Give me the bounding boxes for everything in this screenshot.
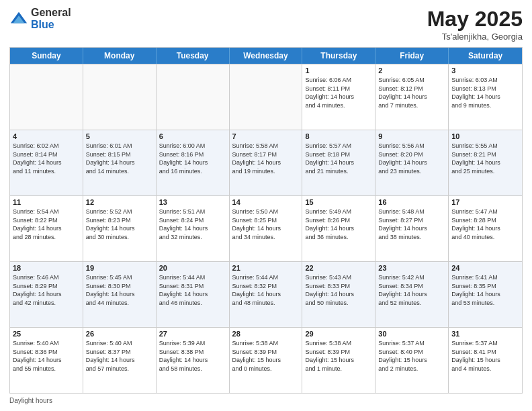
header-day-wednesday: Wednesday xyxy=(230,48,303,64)
day-info: Sunrise: 5:50 AM Sunset: 8:25 PM Dayligh… xyxy=(232,208,300,241)
day-info: Sunrise: 5:40 AM Sunset: 8:37 PM Dayligh… xyxy=(86,339,153,373)
day-info: Sunrise: 6:00 AM Sunset: 8:16 PM Dayligh… xyxy=(159,142,226,175)
header-day-monday: Monday xyxy=(83,48,157,64)
day-number: 30 xyxy=(378,330,445,338)
header-day-tuesday: Tuesday xyxy=(157,48,230,64)
day-cell-13: 13Sunrise: 5:51 AM Sunset: 8:24 PM Dayli… xyxy=(157,196,230,261)
empty-cell xyxy=(83,64,157,130)
title-block: May 2025 Ts'alenjikha, Georgia xyxy=(427,7,523,42)
day-cell-8: 8Sunrise: 5:57 AM Sunset: 8:18 PM Daylig… xyxy=(302,130,375,195)
day-number: 25 xyxy=(13,330,80,338)
day-number: 8 xyxy=(305,132,372,140)
day-info: Sunrise: 5:56 AM Sunset: 8:20 PM Dayligh… xyxy=(378,142,445,175)
day-cell-2: 2Sunrise: 6:05 AM Sunset: 8:12 PM Daylig… xyxy=(375,64,449,130)
header-day-thursday: Thursday xyxy=(302,48,375,64)
day-number: 18 xyxy=(13,264,80,272)
day-number: 22 xyxy=(305,264,372,272)
day-info: Sunrise: 5:49 AM Sunset: 8:26 PM Dayligh… xyxy=(305,208,372,241)
day-info: Sunrise: 5:44 AM Sunset: 8:31 PM Dayligh… xyxy=(159,273,226,307)
day-number: 2 xyxy=(378,66,445,75)
day-number: 4 xyxy=(13,132,80,140)
day-number: 21 xyxy=(232,264,300,272)
day-info: Sunrise: 5:42 AM Sunset: 8:34 PM Dayligh… xyxy=(378,273,445,307)
day-cell-10: 10Sunrise: 5:55 AM Sunset: 8:21 PM Dayli… xyxy=(449,130,522,195)
day-info: Sunrise: 6:01 AM Sunset: 8:15 PM Dayligh… xyxy=(86,142,153,175)
day-number: 31 xyxy=(451,330,519,338)
day-cell-15: 15Sunrise: 5:49 AM Sunset: 8:26 PM Dayli… xyxy=(302,196,375,261)
day-info: Sunrise: 6:02 AM Sunset: 8:14 PM Dayligh… xyxy=(13,142,80,175)
day-info: Sunrise: 6:05 AM Sunset: 8:12 PM Dayligh… xyxy=(378,76,445,109)
day-cell-11: 11Sunrise: 5:54 AM Sunset: 8:22 PM Dayli… xyxy=(10,196,83,261)
day-cell-28: 28Sunrise: 5:38 AM Sunset: 8:39 PM Dayli… xyxy=(230,328,303,393)
day-info: Sunrise: 5:55 AM Sunset: 8:21 PM Dayligh… xyxy=(451,142,519,175)
logo-blue-label: Blue xyxy=(31,19,71,31)
day-number: 1 xyxy=(305,66,372,75)
day-info: Sunrise: 6:06 AM Sunset: 8:11 PM Dayligh… xyxy=(305,76,372,109)
day-info: Sunrise: 5:39 AM Sunset: 8:38 PM Dayligh… xyxy=(159,339,226,373)
calendar-row-5: 25Sunrise: 5:40 AM Sunset: 8:36 PM Dayli… xyxy=(10,327,522,393)
day-cell-1: 1Sunrise: 6:06 AM Sunset: 8:11 PM Daylig… xyxy=(302,64,375,130)
day-info: Sunrise: 5:48 AM Sunset: 8:27 PM Dayligh… xyxy=(378,208,445,241)
calendar-row-4: 18Sunrise: 5:46 AM Sunset: 8:29 PM Dayli… xyxy=(10,261,522,327)
day-cell-22: 22Sunrise: 5:43 AM Sunset: 8:33 PM Dayli… xyxy=(302,262,375,327)
day-number: 10 xyxy=(451,132,519,140)
day-cell-24: 24Sunrise: 5:41 AM Sunset: 8:35 PM Dayli… xyxy=(449,262,522,327)
day-info: Sunrise: 5:38 AM Sunset: 8:39 PM Dayligh… xyxy=(232,339,300,373)
title-month: May 2025 xyxy=(427,7,523,32)
day-info: Sunrise: 5:37 AM Sunset: 8:41 PM Dayligh… xyxy=(451,339,519,373)
day-info: Sunrise: 5:54 AM Sunset: 8:22 PM Dayligh… xyxy=(13,208,80,241)
day-info: Sunrise: 5:45 AM Sunset: 8:30 PM Dayligh… xyxy=(86,273,153,307)
day-cell-19: 19Sunrise: 5:45 AM Sunset: 8:30 PM Dayli… xyxy=(83,262,157,327)
day-number: 11 xyxy=(13,198,80,206)
day-number: 13 xyxy=(159,198,226,206)
day-cell-30: 30Sunrise: 5:37 AM Sunset: 8:40 PM Dayli… xyxy=(375,328,449,393)
empty-cell xyxy=(10,64,83,130)
day-number: 17 xyxy=(451,198,519,206)
day-number: 28 xyxy=(232,330,300,338)
day-number: 29 xyxy=(305,330,372,338)
calendar-row-1: 1Sunrise: 6:06 AM Sunset: 8:11 PM Daylig… xyxy=(10,64,522,130)
logo-general-label: General xyxy=(31,7,71,19)
day-number: 14 xyxy=(232,198,300,206)
day-cell-20: 20Sunrise: 5:44 AM Sunset: 8:31 PM Dayli… xyxy=(157,262,230,327)
day-number: 6 xyxy=(159,132,226,140)
day-cell-31: 31Sunrise: 5:37 AM Sunset: 8:41 PM Dayli… xyxy=(449,328,522,393)
day-info: Sunrise: 5:41 AM Sunset: 8:35 PM Dayligh… xyxy=(451,273,519,307)
day-info: Sunrise: 5:44 AM Sunset: 8:32 PM Dayligh… xyxy=(232,273,300,307)
logo-text: General Blue xyxy=(31,7,71,30)
calendar-row-3: 11Sunrise: 5:54 AM Sunset: 8:22 PM Dayli… xyxy=(10,195,522,261)
day-number: 19 xyxy=(86,264,153,272)
calendar-body: 1Sunrise: 6:06 AM Sunset: 8:11 PM Daylig… xyxy=(10,64,522,393)
day-cell-7: 7Sunrise: 5:58 AM Sunset: 8:17 PM Daylig… xyxy=(230,130,303,195)
day-cell-27: 27Sunrise: 5:39 AM Sunset: 8:38 PM Dayli… xyxy=(157,328,230,393)
day-info: Sunrise: 5:58 AM Sunset: 8:17 PM Dayligh… xyxy=(232,142,300,175)
day-number: 16 xyxy=(378,198,445,206)
day-cell-3: 3Sunrise: 6:03 AM Sunset: 8:13 PM Daylig… xyxy=(449,64,522,130)
day-number: 3 xyxy=(451,66,519,75)
day-cell-21: 21Sunrise: 5:44 AM Sunset: 8:32 PM Dayli… xyxy=(230,262,303,327)
day-number: 20 xyxy=(159,264,226,272)
logo: General Blue xyxy=(9,7,71,30)
day-info: Sunrise: 5:52 AM Sunset: 8:23 PM Dayligh… xyxy=(86,208,153,241)
day-info: Sunrise: 5:37 AM Sunset: 8:40 PM Dayligh… xyxy=(378,339,445,373)
day-info: Sunrise: 5:51 AM Sunset: 8:24 PM Dayligh… xyxy=(159,208,226,241)
header: General Blue May 2025 Ts'alenjikha, Geor… xyxy=(9,7,523,42)
footer: Daylight hours xyxy=(9,397,523,404)
empty-cell xyxy=(230,64,303,130)
day-number: 27 xyxy=(159,330,226,338)
day-number: 12 xyxy=(86,198,153,206)
day-cell-4: 4Sunrise: 6:02 AM Sunset: 8:14 PM Daylig… xyxy=(10,130,83,195)
day-cell-18: 18Sunrise: 5:46 AM Sunset: 8:29 PM Dayli… xyxy=(10,262,83,327)
day-info: Sunrise: 5:38 AM Sunset: 8:39 PM Dayligh… xyxy=(305,339,372,373)
header-day-sunday: Sunday xyxy=(10,48,83,64)
day-number: 7 xyxy=(232,132,300,140)
calendar: SundayMondayTuesdayWednesdayThursdayFrid… xyxy=(9,47,523,394)
day-number: 24 xyxy=(451,264,519,272)
day-cell-26: 26Sunrise: 5:40 AM Sunset: 8:37 PM Dayli… xyxy=(83,328,157,393)
day-cell-16: 16Sunrise: 5:48 AM Sunset: 8:27 PM Dayli… xyxy=(375,196,449,261)
day-cell-9: 9Sunrise: 5:56 AM Sunset: 8:20 PM Daylig… xyxy=(375,130,449,195)
day-cell-12: 12Sunrise: 5:52 AM Sunset: 8:23 PM Dayli… xyxy=(83,196,157,261)
day-info: Sunrise: 5:57 AM Sunset: 8:18 PM Dayligh… xyxy=(305,142,372,175)
day-cell-5: 5Sunrise: 6:01 AM Sunset: 8:15 PM Daylig… xyxy=(83,130,157,195)
day-info: Sunrise: 5:47 AM Sunset: 8:28 PM Dayligh… xyxy=(451,208,519,241)
